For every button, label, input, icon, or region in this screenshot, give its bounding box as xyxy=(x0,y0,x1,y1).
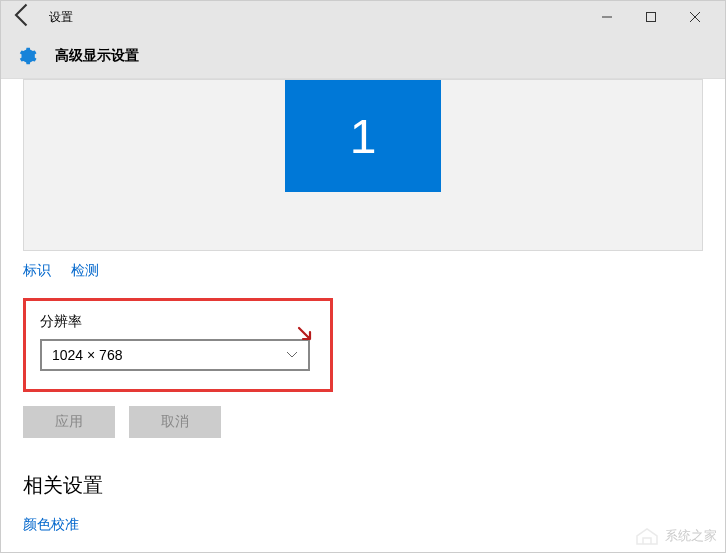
page-header: 高级显示设置 xyxy=(1,33,725,79)
maximize-button[interactable] xyxy=(629,1,673,33)
monitor-number: 1 xyxy=(350,109,377,164)
resolution-value: 1024 × 768 xyxy=(52,347,122,363)
content: 1 标识 检测 分辨率 1024 × 768 应用 取消 相关设置 颜色校准 xyxy=(1,79,725,552)
resolution-label: 分辨率 xyxy=(40,313,316,331)
gear-icon xyxy=(15,44,39,68)
back-button[interactable] xyxy=(9,1,37,33)
identify-link[interactable]: 标识 xyxy=(23,262,51,278)
cancel-button[interactable]: 取消 xyxy=(129,406,221,438)
detect-link[interactable]: 检测 xyxy=(71,262,99,278)
minimize-button[interactable] xyxy=(585,1,629,33)
svg-rect-1 xyxy=(647,13,656,22)
window-title: 设置 xyxy=(49,9,73,26)
page-title: 高级显示设置 xyxy=(55,47,139,65)
resolution-section: 分辨率 1024 × 768 xyxy=(23,298,333,392)
display-links: 标识 检测 xyxy=(23,261,703,280)
related-settings-heading: 相关设置 xyxy=(23,472,703,499)
apply-button[interactable]: 应用 xyxy=(23,406,115,438)
resolution-dropdown[interactable]: 1024 × 768 xyxy=(40,339,310,371)
titlebar: 设置 xyxy=(1,1,725,33)
monitor-tile[interactable]: 1 xyxy=(285,80,441,192)
action-buttons: 应用 取消 xyxy=(23,406,703,438)
close-button[interactable] xyxy=(673,1,717,33)
chevron-down-icon xyxy=(286,350,298,361)
color-calibration-link[interactable]: 颜色校准 xyxy=(23,516,79,532)
monitor-preview-area: 1 xyxy=(23,79,703,251)
